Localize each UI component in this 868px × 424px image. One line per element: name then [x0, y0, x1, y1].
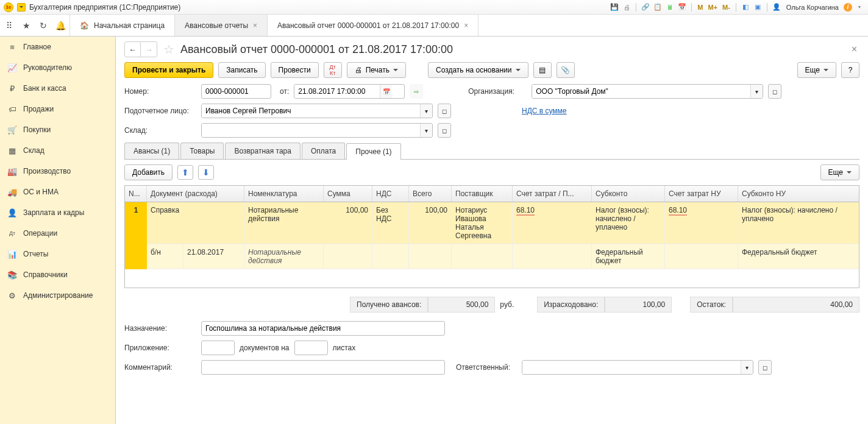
- memory-mminus[interactable]: M-: [721, 4, 731, 11]
- print-icon[interactable]: 🖨: [622, 2, 631, 12]
- col-subconto-nu[interactable]: Субконто НУ: [738, 186, 859, 202]
- cell-doc[interactable]: Справка: [147, 202, 244, 244]
- table-row[interactable]: 1 Справка Нотариальные действия 100,00 Б…: [125, 202, 859, 244]
- nav-forward-button[interactable]: →: [141, 42, 157, 57]
- table-row-sub[interactable]: б/н 21.08.2017 Нотариальные действия Фед…: [125, 244, 859, 269]
- col-supplier[interactable]: Поставщик: [452, 186, 513, 202]
- dtkt-button[interactable]: ДтКт: [324, 62, 342, 78]
- write-button[interactable]: Записать: [218, 62, 265, 78]
- sidebar-item-reports[interactable]: 📊Отчеты: [0, 244, 115, 264]
- cell-nomen-sub[interactable]: Нотариальные действия: [244, 244, 324, 269]
- col-sum[interactable]: Сумма: [324, 186, 372, 202]
- cell-subconto-nu[interactable]: Налог (взносы): начислено / уплачено: [738, 202, 859, 244]
- print-button[interactable]: 🖨Печать: [347, 62, 406, 78]
- number-input[interactable]: [201, 84, 271, 99]
- add-row-button[interactable]: Добавить: [124, 164, 173, 180]
- responsible-input[interactable]: [522, 361, 741, 374]
- history-icon[interactable]: ↻: [38, 20, 49, 31]
- cell-cost-acc[interactable]: 68.10: [513, 202, 592, 244]
- chevron-down-icon[interactable]: ▾: [420, 124, 432, 137]
- tab-goods[interactable]: Товары: [180, 143, 224, 159]
- tab-advances[interactable]: Авансы (1): [124, 143, 179, 159]
- responsible-open-button[interactable]: ◻: [758, 360, 772, 375]
- person-input[interactable]: [202, 104, 420, 118]
- cell-doc-num[interactable]: б/н: [147, 244, 183, 269]
- cell-doc-date[interactable]: 21.08.2017: [183, 244, 244, 269]
- chevron-down-icon[interactable]: ▾: [420, 104, 432, 118]
- col-doc[interactable]: Документ (расхода): [147, 186, 244, 202]
- sidebar-item-assets[interactable]: 🚚ОС и НМА: [0, 182, 115, 202]
- close-icon[interactable]: ×: [464, 21, 468, 30]
- chevron-down-icon[interactable]: ▾: [741, 361, 753, 374]
- org-open-button[interactable]: ◻: [768, 84, 781, 99]
- sheets-count-input[interactable]: [294, 341, 328, 355]
- col-total[interactable]: Всего: [409, 186, 452, 202]
- table-blank-area[interactable]: [125, 269, 859, 288]
- attach-button[interactable]: 📎: [557, 62, 575, 78]
- cell-cost-acc-nu[interactable]: 68.10: [665, 202, 738, 244]
- info-dropdown[interactable]: ▾: [855, 2, 864, 12]
- docs-count-input[interactable]: [201, 341, 235, 355]
- cell-vat[interactable]: Без НДС: [372, 202, 409, 244]
- tab-advance-report-doc[interactable]: Авансовый отчет 0000-000001 от 21.08.201…: [268, 15, 478, 36]
- sidebar-item-main[interactable]: ≡Главное: [0, 37, 115, 57]
- move-down-button[interactable]: ⬇: [198, 165, 214, 180]
- tab-advance-reports[interactable]: Авансовые отчеты ×: [175, 15, 268, 36]
- apps-icon[interactable]: ⠿: [4, 20, 15, 31]
- sidebar-item-admin[interactable]: ⚙Администрирование: [0, 285, 115, 306]
- sidebar-item-warehouse[interactable]: ▦Склад: [0, 140, 115, 161]
- window-icon[interactable]: ▣: [753, 2, 763, 12]
- info-icon[interactable]: i: [844, 3, 852, 12]
- calendar-picker-icon[interactable]: 📅: [380, 85, 392, 98]
- memory-mplus[interactable]: M+: [706, 4, 719, 11]
- org-input[interactable]: [532, 85, 750, 98]
- tab-home[interactable]: 🏠 Начальная страница: [70, 15, 175, 36]
- sidebar-item-references[interactable]: 📚Справочники: [0, 264, 115, 285]
- warehouse-input[interactable]: [202, 124, 420, 137]
- sidebar-item-sales[interactable]: 🏷Продажи: [0, 99, 115, 119]
- create-based-button[interactable]: Создать на основании: [428, 62, 528, 78]
- app-menu-dropdown[interactable]: [17, 3, 26, 12]
- save-icon[interactable]: 💾: [610, 2, 619, 12]
- close-doc-button[interactable]: ×: [849, 44, 859, 55]
- cell-subconto[interactable]: Налог (взносы): начислено / уплачено: [592, 202, 665, 244]
- move-up-button[interactable]: ⬆: [177, 165, 193, 180]
- sidebar-item-purchases[interactable]: 🛒Покупки: [0, 119, 115, 140]
- purpose-input[interactable]: [201, 321, 445, 336]
- sidebar-item-production[interactable]: 🏭Производство: [0, 161, 115, 182]
- calc-icon[interactable]: 🖩: [665, 2, 675, 12]
- col-subconto[interactable]: Субконто: [592, 186, 665, 202]
- calendar-icon[interactable]: 📅: [677, 2, 687, 12]
- notifications-icon[interactable]: 🔔: [55, 20, 66, 31]
- col-cost-acc[interactable]: Счет затрат / П...: [513, 186, 592, 202]
- tab-payment[interactable]: Оплата: [302, 143, 345, 159]
- cell-supplier[interactable]: Нотариус Ивашова Наталья Сергеевна: [452, 202, 513, 244]
- structure-button[interactable]: ▤: [533, 62, 552, 78]
- col-n[interactable]: N...: [125, 186, 147, 202]
- cell-nomen[interactable]: Нотариальные действия: [244, 202, 324, 244]
- sidebar-item-bank[interactable]: ₽Банк и касса: [0, 78, 115, 99]
- tab-returnable[interactable]: Возвратная тара: [225, 143, 301, 159]
- post-button[interactable]: Провести: [271, 62, 319, 78]
- date-input[interactable]: [294, 85, 380, 98]
- cell-subconto-sub[interactable]: Федеральный бюджет: [592, 244, 665, 269]
- chevron-down-icon[interactable]: ▾: [750, 85, 763, 98]
- compare-icon[interactable]: 📋: [653, 2, 663, 12]
- col-nomen[interactable]: Номенклатура: [244, 186, 324, 202]
- favorite-toggle[interactable]: ☆: [163, 42, 174, 57]
- date-aux-button[interactable]: ⇨: [410, 84, 423, 99]
- person-open-button[interactable]: ◻: [438, 104, 451, 118]
- cell-total[interactable]: 100,00: [409, 202, 452, 244]
- sidebar-item-manager[interactable]: 📈Руководителю: [0, 57, 115, 78]
- link-icon[interactable]: 🔗: [641, 2, 650, 12]
- comment-input[interactable]: [201, 360, 445, 375]
- cell-subconto-nu-sub[interactable]: Федеральный бюджет: [738, 244, 859, 269]
- vat-mode-link[interactable]: НДС в сумме: [522, 107, 567, 115]
- post-and-close-button[interactable]: Провести и закрыть: [124, 62, 213, 78]
- warehouse-open-button[interactable]: ◻: [438, 123, 451, 138]
- memory-m[interactable]: M: [696, 4, 704, 11]
- layout-icon[interactable]: ◧: [741, 2, 750, 12]
- help-button[interactable]: ?: [841, 62, 859, 78]
- col-vat[interactable]: НДС: [372, 186, 409, 202]
- cell-sum[interactable]: 100,00: [324, 202, 372, 244]
